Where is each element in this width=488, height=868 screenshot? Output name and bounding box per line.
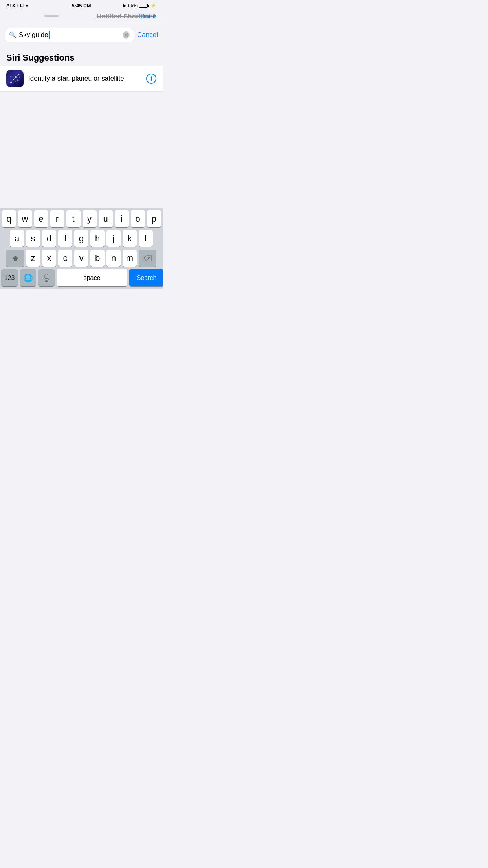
keyboard-row-3: z x c v b n m: [0, 248, 163, 267]
svg-point-6: [10, 76, 11, 77]
battery-percent: 95%: [128, 3, 138, 8]
svg-line-8: [11, 79, 13, 83]
key-b[interactable]: b: [90, 250, 105, 267]
svg-line-12: [15, 80, 18, 82]
svg-point-7: [19, 77, 20, 78]
key-c[interactable]: c: [58, 250, 72, 267]
key-y[interactable]: y: [83, 210, 97, 227]
key-k[interactable]: k: [123, 230, 137, 247]
search-input-value[interactable]: Sky guide: [19, 31, 120, 39]
cancel-button[interactable]: Cancel: [137, 31, 158, 39]
suggestion-item[interactable]: Identify a star, planet, or satellite i: [0, 66, 163, 92]
keyboard-bottom-row: 123 🌐 space Search: [0, 267, 163, 289]
key-q[interactable]: q: [2, 210, 16, 227]
key-f[interactable]: f: [58, 230, 72, 247]
key-z[interactable]: z: [26, 250, 40, 267]
search-bar[interactable]: 🔍 Sky guide ✕: [5, 28, 134, 42]
delete-icon: [143, 255, 152, 261]
lightning-icon: ⚡: [150, 3, 156, 8]
key-s[interactable]: s: [26, 230, 40, 247]
empty-area: [0, 92, 163, 194]
shift-icon: [11, 254, 19, 262]
keyboard-row-1: q w e r t y u i o p: [0, 208, 163, 228]
svg-line-11: [16, 77, 18, 80]
keyboard-row-2: a s d f g h j k l: [0, 228, 163, 248]
key-d[interactable]: d: [42, 230, 56, 247]
shift-key[interactable]: [6, 250, 24, 267]
key-x[interactable]: x: [42, 250, 56, 267]
key-p[interactable]: p: [147, 210, 161, 227]
status-bar: AT&T LTE 5:45 PM ▶ 95% ⚡: [0, 0, 163, 11]
time-label: 5:45 PM: [72, 3, 91, 9]
key-g[interactable]: g: [74, 230, 88, 247]
status-right: ▶ 95% ⚡: [123, 3, 156, 8]
info-icon: i: [150, 75, 152, 82]
mic-key[interactable]: [38, 269, 55, 286]
app-icon: [6, 70, 24, 87]
info-button[interactable]: i: [146, 74, 156, 84]
key-m[interactable]: m: [123, 250, 137, 267]
svg-marker-13: [12, 256, 18, 261]
location-icon: ▶: [123, 3, 127, 8]
nav-bar: Untitled Shortcut 1 Done: [0, 11, 163, 24]
key-l[interactable]: l: [139, 230, 153, 247]
key-w[interactable]: w: [18, 210, 32, 227]
svg-line-9: [13, 77, 16, 79]
search-icon: 🔍: [9, 31, 17, 39]
key-o[interactable]: o: [131, 210, 145, 227]
content-area: Siri Suggestions Identify a star,: [0, 46, 163, 194]
delete-key[interactable]: [139, 250, 156, 267]
number-key[interactable]: 123: [1, 269, 18, 286]
key-a[interactable]: a: [10, 230, 24, 247]
key-j[interactable]: j: [106, 230, 121, 247]
svg-rect-16: [45, 274, 48, 279]
svg-line-10: [16, 75, 19, 77]
key-r[interactable]: r: [50, 210, 64, 227]
battery-icon: [139, 4, 149, 8]
space-key[interactable]: space: [57, 269, 127, 286]
key-n[interactable]: n: [106, 250, 121, 267]
search-container: 🔍 Sky guide ✕ Cancel: [0, 24, 163, 46]
search-button[interactable]: Search: [129, 269, 163, 286]
mic-icon: [43, 274, 50, 282]
drag-handle: [44, 15, 59, 17]
clear-button[interactable]: ✕: [123, 31, 130, 39]
key-t[interactable]: t: [66, 210, 81, 227]
key-v[interactable]: v: [74, 250, 88, 267]
carrier-label: AT&T LTE: [6, 3, 28, 8]
key-u[interactable]: u: [99, 210, 113, 227]
clear-icon: ✕: [124, 31, 129, 39]
keyboard[interactable]: q w e r t y u i o p a s d f g h j k l z …: [0, 208, 163, 289]
key-i[interactable]: i: [115, 210, 129, 227]
siri-suggestions-header: Siri Suggestions: [0, 46, 163, 66]
emoji-key[interactable]: 🌐: [20, 269, 36, 286]
done-button[interactable]: Done: [140, 13, 156, 20]
key-h[interactable]: h: [90, 230, 105, 247]
suggestion-label: Identify a star, planet, or satellite: [28, 75, 146, 83]
key-e[interactable]: e: [34, 210, 48, 227]
